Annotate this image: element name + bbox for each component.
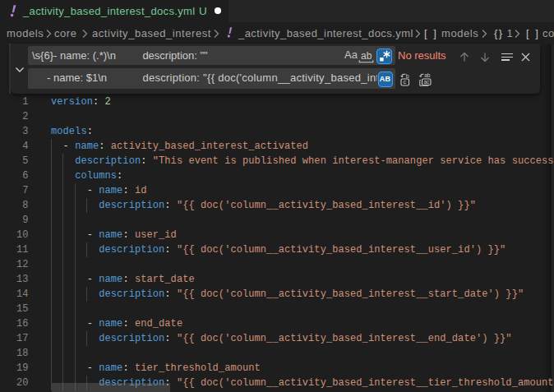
svg-text:ab: ab <box>424 72 431 78</box>
svg-text:b: b <box>406 73 409 79</box>
svg-text:c: c <box>404 79 407 85</box>
svg-text:ab: ab <box>361 50 372 62</box>
svg-text:ac: ac <box>423 79 430 85</box>
